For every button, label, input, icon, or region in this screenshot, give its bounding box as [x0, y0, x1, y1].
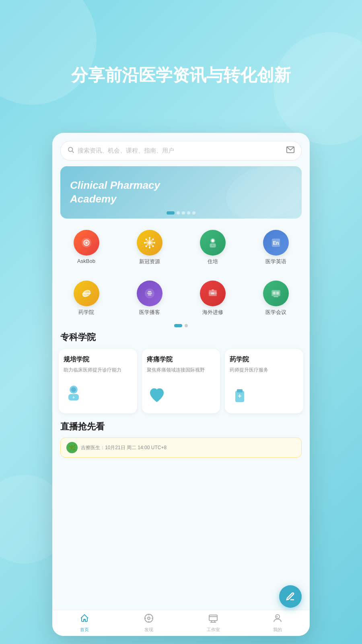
svg-point-14 — [144, 242, 145, 244]
nav-profile-label: 我的 — [273, 627, 282, 633]
icon-item-podcast[interactable]: 医学播客 — [119, 277, 179, 320]
live-section: 直播抢先看 🌿 吉擦医生：10月21日 周二 14:00 UTC+8 — [60, 421, 302, 458]
nav-item-discover[interactable]: 发现 — [117, 613, 181, 633]
bottom-nav: 首页 发现 — [52, 610, 310, 636]
english-icon: En — [263, 230, 289, 256]
svg-point-42 — [273, 292, 276, 295]
profile-icon — [273, 613, 282, 625]
conference-icon — [263, 281, 289, 306]
banner[interactable]: Clinical Pharmacy Academy — [60, 166, 302, 219]
svg-rect-59 — [209, 615, 217, 621]
conference-label: 医学会议 — [265, 309, 286, 316]
svg-point-19 — [152, 245, 154, 247]
svg-point-16 — [145, 238, 147, 240]
page-dot-1 — [174, 324, 182, 327]
overseas-icon: 📖 — [200, 281, 226, 306]
search-icon — [67, 146, 74, 155]
banner-text: Clinical Pharmacy Academy — [60, 179, 170, 206]
icon-item-pharm[interactable]: 药学院 — [56, 277, 116, 320]
zhupei-icon: + — [200, 230, 226, 256]
svg-point-18 — [145, 245, 147, 247]
svg-text:+: + — [238, 392, 242, 399]
nav-item-profile[interactable]: 我的 — [245, 613, 310, 633]
nav-workspace-label: 工作室 — [207, 627, 220, 633]
icon-item-askbob[interactable]: AskBob — [56, 226, 116, 269]
zhupei-label: 住培 — [208, 258, 218, 265]
svg-rect-50 — [237, 389, 243, 392]
podcast-label: 医学播客 — [139, 309, 160, 316]
icon-grid-row1: AskBob — [56, 226, 306, 269]
live-header: 直播抢先看 — [60, 421, 302, 433]
discover-icon — [144, 613, 154, 625]
svg-rect-34 — [148, 295, 151, 295]
svg-point-12 — [148, 237, 150, 239]
banner-dot-4 — [187, 211, 190, 215]
svg-point-15 — [153, 242, 155, 244]
banner-dot-2 — [177, 211, 180, 215]
icon-item-conference[interactable]: 医学会议 — [246, 277, 306, 320]
live-preview-bar[interactable]: 🌿 吉擦医生：10月21日 周二 14:00 UTC+8 — [60, 438, 302, 458]
guipei-icon: + — [64, 383, 132, 407]
search-placeholder: 搜索资讯、机会、课程、指南、用户 — [78, 147, 286, 155]
fab-button[interactable] — [279, 585, 302, 608]
nav-item-workspace[interactable]: 工作室 — [181, 613, 245, 633]
academy-cards: 规培学院 助力临床医师提升诊疗能力 + 疼痛学院 聚焦疼痛领域连接国际视野 — [59, 349, 303, 413]
academy-card-pharmacy[interactable]: 药学院 药师提升医疗服务 + — [225, 349, 303, 413]
banner-dot-3 — [182, 211, 185, 215]
svg-rect-32 — [148, 291, 151, 292]
svg-text:📖: 📖 — [211, 291, 215, 295]
search-bar[interactable]: 搜索资讯、机会、课程、指南、用户 — [60, 141, 302, 161]
nav-item-home[interactable]: 首页 — [52, 613, 117, 633]
svg-line-1 — [72, 151, 74, 153]
live-title: 直播抢先看 — [60, 421, 105, 433]
svg-text:+: + — [212, 244, 214, 247]
icon-item-zhupei[interactable]: + 住培 — [183, 226, 243, 269]
pharm-icon — [74, 281, 99, 306]
workspace-icon — [208, 613, 218, 625]
svg-point-54 — [148, 617, 150, 619]
svg-rect-33 — [147, 293, 152, 293]
svg-point-17 — [152, 238, 154, 240]
icon-item-covid[interactable]: 新冠资源 — [119, 226, 179, 269]
pain-icon — [147, 385, 216, 407]
nav-home-label: 首页 — [80, 627, 89, 633]
podcast-icon — [137, 281, 162, 306]
covid-icon — [137, 230, 162, 256]
banner-dot-5 — [192, 211, 195, 215]
banner-bg-decor — [220, 166, 302, 219]
pharmacy-title: 药学院 — [230, 355, 298, 364]
guipei-desc: 助力临床医师提升诊疗能力 — [64, 366, 132, 374]
banner-pagination — [167, 211, 195, 215]
banner-dot-1 — [167, 211, 175, 215]
pharmacy-desc: 药师提升医疗服务 — [230, 366, 298, 374]
mail-icon[interactable] — [286, 145, 295, 156]
svg-rect-37 — [212, 289, 214, 291]
header-title: 分享前沿医学资讯与转化创新 — [0, 64, 362, 87]
academy-card-pain[interactable]: 疼痛学院 聚焦疼痛领域连接国际视野 — [142, 349, 220, 413]
svg-point-43 — [276, 292, 279, 295]
home-icon — [80, 613, 89, 625]
askbob-icon — [74, 230, 99, 256]
askbob-label: AskBob — [77, 258, 95, 264]
guipei-title: 规培学院 — [64, 355, 132, 364]
english-label: 医学英语 — [265, 258, 286, 265]
academy-card-guipei[interactable]: 规培学院 助力临床医师提升诊疗能力 + — [59, 349, 137, 413]
svg-point-0 — [68, 147, 73, 152]
live-preview-text: 吉擦医生：10月21日 周二 14:00 UTC+8 — [81, 444, 167, 451]
icon-grid-row2: 药学院 医学播客 📖 — [56, 277, 306, 320]
svg-point-46 — [71, 387, 76, 392]
nav-discover-label: 发现 — [144, 627, 153, 633]
covid-label: 新冠资源 — [139, 258, 160, 265]
icon-item-english[interactable]: En 医学英语 — [246, 226, 306, 269]
icon-item-overseas[interactable]: 📖 海外进修 — [183, 277, 243, 320]
section-academy-title: 专科学院 — [60, 331, 302, 343]
bg-decor-circle-tl — [0, 0, 97, 105]
svg-text:+: + — [72, 395, 75, 400]
pain-desc: 聚焦疼痛领域连接国际视野 — [147, 366, 216, 374]
svg-rect-44 — [274, 296, 278, 297]
svg-point-13 — [148, 247, 150, 248]
phone-card: 搜索资讯、机会、课程、指南、用户 Clinical Pharmacy Acade… — [52, 133, 310, 636]
bg-decor-circle-tr — [274, 32, 362, 145]
live-avatar: 🌿 — [66, 442, 78, 453]
page-dot-2 — [185, 324, 188, 327]
